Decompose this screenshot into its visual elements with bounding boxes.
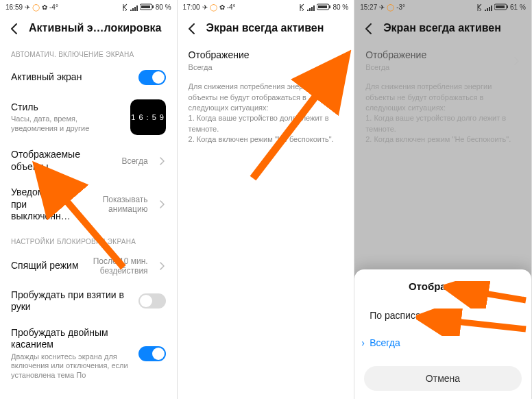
page-header: Экран всегда активен bbox=[354, 14, 531, 43]
toggle-active-screen[interactable] bbox=[138, 70, 166, 85]
back-icon bbox=[363, 22, 375, 36]
row-display[interactable]: Отображение Всегда bbox=[178, 43, 354, 79]
row-active-screen[interactable]: Активный экран bbox=[0, 62, 177, 93]
chevron-right-icon bbox=[158, 199, 166, 210]
info-text: Для снижения потребления энергии объекты… bbox=[178, 79, 354, 152]
row-raise-to-wake[interactable]: Пробуждать при взятии в руки bbox=[0, 282, 177, 320]
circle-icon: ◯ bbox=[210, 3, 217, 11]
row-label: Пробуждать при взятии в руки bbox=[11, 289, 132, 313]
row-sleep[interactable]: Спящий режим После 10 мин. бездействия bbox=[0, 250, 177, 282]
gear-icon: ✿ bbox=[219, 3, 225, 11]
settings-list[interactable]: Отображение Всегда Для снижения потребле… bbox=[178, 43, 354, 152]
status-time: 16:59 bbox=[5, 3, 23, 11]
status-bar: 16:59 ✈ ◯ ✿ -4° 80 % bbox=[0, 0, 177, 14]
circle-icon: ◯ bbox=[32, 3, 40, 11]
battery-icon bbox=[140, 3, 154, 10]
page-title: Экран всегда активен bbox=[383, 22, 501, 34]
row-sub: Часы, дата, время, уведомления и другие bbox=[11, 114, 123, 134]
panel-2: 17:00 ✈ ◯ ✿ -4° 80 % Экран всегда активе… bbox=[178, 0, 355, 399]
row-sub: Всегда bbox=[365, 63, 503, 73]
telegram-icon: ✈ bbox=[202, 3, 208, 11]
preview-clock: 1 6 : 5 9 bbox=[131, 113, 165, 121]
toggle-raise-to-wake[interactable] bbox=[138, 293, 166, 309]
row-double-tap[interactable]: Пробуждать двойным касанием Дважды косни… bbox=[0, 320, 177, 387]
signal-icon bbox=[306, 3, 315, 11]
gear-icon: ✿ bbox=[42, 3, 47, 11]
row-value: Всегда bbox=[121, 156, 147, 166]
section-label-lock: НАСТРОЙКИ БЛОКИРОВКИ ЭКРАНА bbox=[0, 230, 177, 250]
telegram-icon: ✈ bbox=[379, 3, 385, 11]
page-title: Активный э…локировка bbox=[29, 22, 161, 34]
back-button[interactable] bbox=[8, 22, 21, 34]
panel-3: 15:27 ✈ ◯ -3° 61 % Экран всегда активен … bbox=[354, 0, 532, 399]
row-label: Пробуждать двойным касанием bbox=[11, 327, 132, 351]
bluetooth-icon bbox=[121, 3, 128, 11]
status-bar: 15:27 ✈ ◯ -3° 61 % bbox=[354, 0, 531, 14]
status-battery: 61 % bbox=[510, 3, 526, 11]
signal-icon bbox=[484, 3, 492, 11]
section-label-auto: АВТОМАТИЧ. ВКЛЮЧЕНИЕ ЭКРАНА bbox=[0, 43, 177, 62]
bottom-sheet: Отображение По расписанию Всегда Отмена bbox=[354, 269, 531, 399]
bluetooth-icon bbox=[298, 3, 304, 11]
row-value: Показывать анимацию bbox=[86, 195, 148, 214]
telegram-icon: ✈ bbox=[25, 3, 30, 11]
status-bar: 17:00 ✈ ◯ ✿ -4° 80 % bbox=[178, 0, 354, 14]
style-preview: 1 6 : 5 9 bbox=[130, 99, 166, 135]
status-battery: 80 % bbox=[332, 3, 348, 11]
sheet-option-schedule[interactable]: По расписанию bbox=[354, 302, 531, 329]
bluetooth-icon bbox=[475, 3, 482, 11]
row-label: Спящий режим bbox=[11, 260, 80, 272]
circle-icon: ◯ bbox=[387, 3, 394, 11]
row-label: Уведомления при выключенн… bbox=[11, 186, 80, 223]
status-temp: -3° bbox=[396, 3, 405, 11]
row-label: Отображаемые объекты bbox=[11, 149, 114, 173]
sheet-option-always[interactable]: Всегда bbox=[354, 329, 531, 356]
row-display: Отображение Всегда bbox=[354, 43, 531, 79]
back-icon bbox=[186, 22, 198, 36]
row-label: Стиль bbox=[11, 101, 123, 114]
settings-list: Отображение Всегда Для снижения потребле… bbox=[354, 43, 531, 152]
row-notifications[interactable]: Уведомления при выключенн… Показывать ан… bbox=[0, 180, 177, 230]
page-title: Экран всегда активен bbox=[206, 22, 324, 34]
row-sub: Дважды коснитесь экрана для включения ил… bbox=[11, 352, 132, 380]
back-icon bbox=[8, 22, 21, 36]
panel-1: 16:59 ✈ ◯ ✿ -4° 80 % Активный э…локировк… bbox=[0, 0, 178, 399]
status-temp: -4° bbox=[227, 3, 236, 11]
sheet-cancel-button[interactable]: Отмена bbox=[364, 366, 522, 391]
chevron-right-icon bbox=[512, 56, 520, 66]
row-label: Отображение bbox=[189, 49, 326, 62]
row-style[interactable]: Стиль Часы, дата, время, уведомления и д… bbox=[0, 93, 177, 142]
row-label: Активный экран bbox=[11, 71, 132, 84]
status-time: 17:00 bbox=[183, 3, 200, 11]
sheet-title: Отображение bbox=[354, 280, 531, 292]
row-label: Отображение bbox=[365, 49, 503, 62]
battery-icon bbox=[317, 3, 330, 10]
back-button[interactable] bbox=[186, 22, 198, 34]
settings-list[interactable]: АВТОМАТИЧ. ВКЛЮЧЕНИЕ ЭКРАНА Активный экр… bbox=[0, 43, 177, 387]
chevron-right-icon bbox=[158, 261, 166, 271]
signal-icon bbox=[130, 3, 138, 11]
battery-icon bbox=[494, 3, 508, 10]
status-time: 15:27 bbox=[360, 3, 377, 11]
page-header: Экран всегда активен bbox=[178, 14, 354, 43]
chevron-right-icon bbox=[335, 56, 343, 66]
toggle-double-tap[interactable] bbox=[138, 346, 166, 361]
row-value: После 10 мин. бездействия bbox=[86, 256, 148, 276]
status-battery: 80 % bbox=[156, 3, 171, 11]
row-displayed-objects[interactable]: Отображаемые объекты Всегда bbox=[0, 142, 177, 180]
info-text: Для снижения потребления энергии объекты… bbox=[354, 79, 531, 152]
page-header: Активный э…локировка bbox=[0, 14, 177, 43]
back-button[interactable] bbox=[363, 22, 375, 34]
row-sub: Всегда bbox=[189, 63, 326, 73]
chevron-right-icon bbox=[158, 156, 166, 167]
status-temp: -4° bbox=[49, 3, 58, 11]
